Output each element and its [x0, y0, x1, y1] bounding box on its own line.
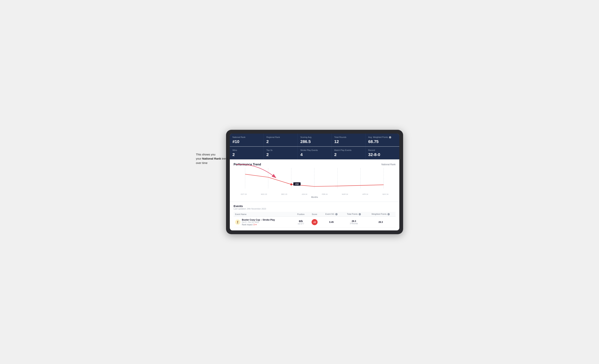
x-label-mar24: MAR 24 [335, 193, 355, 195]
x-axis-labels: OCT 23 NOV 23 DEC 23 JAN 24 FEB 24 MAR 2… [234, 193, 396, 195]
event-score-cell: -22 [308, 217, 321, 228]
stat-top3s: Top 3s 2 [264, 147, 297, 160]
stat-record: Record 32-8-0 [366, 147, 399, 160]
events-table: Event Name Position Score Event SG i Tot… [234, 212, 396, 228]
col-score: Score [308, 212, 321, 217]
total-points-cell: 28.3 3 Rounds [342, 217, 366, 228]
total-rounds-value: 3 Rounds [344, 222, 364, 225]
total-points-info-icon: i [359, 213, 361, 215]
event-sg-info-icon: i [335, 213, 338, 215]
stat-total-rounds: Total Rounds 12 [332, 133, 365, 146]
stats-header-row2: Wins 2 Top 3s 2 Stroke Play Events 4 Mat… [230, 147, 399, 160]
event-position: 6th [295, 220, 307, 223]
events-last-updated: Last updated: 24th November 2023 [234, 208, 396, 210]
performance-header: Performance Trend National Rank [234, 163, 396, 166]
weighted-points-info-icon: i [388, 213, 390, 215]
event-position-cell: 6th out of 7 [294, 217, 308, 228]
stat-stroke-play-events: Stroke Play Events 4 [298, 147, 331, 160]
x-label-nov23: NOV 23 [254, 193, 274, 195]
svg-point-8 [290, 184, 292, 186]
col-event-sg: Event SG i [321, 212, 342, 217]
x-label-dec23: DEC 23 [274, 193, 294, 195]
col-weighted-points: Weighted Points i [366, 212, 396, 217]
col-total-points: Total Points i [342, 212, 366, 217]
stat-wins: Wins 2 [230, 147, 264, 160]
performance-chart: #10 [234, 168, 396, 193]
col-position: Position [294, 212, 308, 217]
x-label-oct23: OCT 23 [234, 193, 254, 195]
table-row: 🏌 Buster Cozy Cup – Stroke Play Oct 9 - … [234, 217, 396, 228]
event-sg-value: 0.45 [322, 221, 340, 223]
tablet-screen: National Rank #10 Regional Rank 2 Scorin… [230, 133, 399, 231]
event-sg-cell: 0.45 [321, 217, 342, 228]
event-position-sub: out of 7 [295, 223, 307, 225]
event-rank-impact: Rank Impact: 3 ▼ [242, 224, 275, 226]
stat-national-rank: National Rank #10 [230, 133, 264, 146]
performance-trend-section: Performance Trend National Rank [230, 160, 399, 202]
x-axis-title: Months [234, 196, 396, 198]
stat-regional-rank: Regional Rank 2 [264, 133, 297, 146]
chart-svg: #10 [234, 168, 396, 193]
event-icon: 🏌 [235, 220, 240, 225]
events-title: Events [234, 204, 396, 208]
x-label-may24: MAY 24 [375, 193, 396, 195]
event-name: Buster Cozy Cup – Stroke Play [242, 219, 275, 221]
svg-text:#10: #10 [295, 183, 299, 185]
total-points-value: 28.3 [344, 220, 364, 222]
stat-avg-weighted-points: Avg. Weighted Points i 68.75 [366, 133, 399, 146]
stat-scoring-avg: Scoring Avg. 286.5 [298, 133, 331, 146]
events-section: Events Last updated: 24th November 2023 … [230, 202, 399, 231]
page-wrapper: This shows you your National Rank trend … [196, 130, 403, 234]
event-score-badge: -22 [312, 219, 317, 225]
x-label-apr24: APR 24 [355, 193, 375, 195]
x-label-feb24: FEB 24 [315, 193, 335, 195]
events-table-header-row: Event Name Position Score Event SG i Tot… [234, 212, 396, 217]
stat-match-play-events: Match Play Events 2 [332, 147, 365, 160]
event-name-cell: 🏌 Buster Cozy Cup – Stroke Play Oct 9 - … [234, 217, 294, 228]
annotation-text: This shows you your National Rank trend … [196, 152, 234, 165]
event-date: Oct 9 - Oct 10, 2023 [242, 221, 275, 223]
col-event-name: Event Name [234, 212, 294, 217]
performance-title: Performance Trend [234, 163, 261, 166]
weighted-points-cell: 28.3 [366, 217, 396, 228]
stats-header-row1: National Rank #10 Regional Rank 2 Scorin… [230, 133, 399, 146]
info-icon: i [389, 136, 391, 139]
performance-subtitle: National Rank [381, 163, 396, 166]
tablet-device: National Rank #10 Regional Rank 2 Scorin… [226, 130, 403, 234]
weighted-points-value: 28.3 [367, 221, 394, 223]
x-label-jan24: JAN 24 [294, 193, 315, 195]
